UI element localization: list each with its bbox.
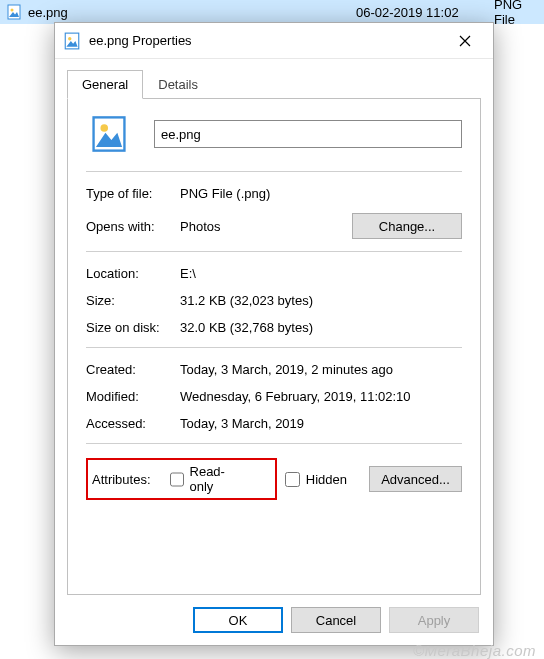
separator (86, 443, 462, 444)
svg-point-1 (11, 9, 14, 12)
hidden-checkbox-wrapper[interactable]: Hidden (285, 472, 347, 487)
opens-with-label: Opens with: (86, 219, 180, 234)
created-label: Created: (86, 362, 180, 377)
type-of-file-value: PNG File (.png) (180, 186, 270, 201)
created-value: Today, 3 March, 2019, 2 minutes ago (180, 362, 393, 377)
apply-button: Apply (389, 607, 479, 633)
file-row-date: 06-02-2019 11:02 (356, 5, 459, 20)
advanced-button[interactable]: Advanced... (369, 466, 462, 492)
change-button[interactable]: Change... (352, 213, 462, 239)
modified-value: Wednesday, 6 February, 2019, 11:02:10 (180, 389, 411, 404)
filename-input[interactable] (154, 120, 462, 148)
hidden-label: Hidden (306, 472, 347, 487)
file-icon (6, 4, 22, 20)
readonly-checkbox-wrapper[interactable]: Read-only (170, 464, 243, 494)
tab-strip: General Details (55, 59, 493, 98)
accessed-label: Accessed: (86, 416, 180, 431)
size-label: Size: (86, 293, 180, 308)
close-icon (459, 35, 471, 47)
tab-details[interactable]: Details (143, 70, 213, 99)
file-row-name: ee.png (28, 5, 68, 20)
svg-point-4 (68, 37, 71, 40)
tab-general[interactable]: General (67, 70, 143, 99)
modified-label: Modified: (86, 389, 180, 404)
cancel-button[interactable]: Cancel (291, 607, 381, 633)
filetype-large-icon (90, 115, 128, 153)
dialog-buttons: OK Cancel Apply (55, 595, 493, 645)
opens-with-value: Photos (180, 219, 220, 234)
svg-point-7 (100, 124, 108, 132)
file-row-type: PNG File (494, 0, 544, 27)
location-value: E:\ (180, 266, 196, 281)
file-row[interactable]: ee.png 06-02-2019 11:02 PNG File (0, 0, 544, 24)
size-on-disk-value: 32.0 KB (32,768 bytes) (180, 320, 313, 335)
dialog-title: ee.png Properties (89, 33, 445, 48)
ok-button[interactable]: OK (193, 607, 283, 633)
tab-panel-general: Type of file: PNG File (.png) Opens with… (67, 98, 481, 595)
accessed-value: Today, 3 March, 2019 (180, 416, 304, 431)
properties-dialog: ee.png Properties General Details Type o… (54, 22, 494, 646)
close-button[interactable] (445, 27, 485, 55)
readonly-checkbox[interactable] (170, 472, 184, 487)
attributes-label: Attributes: (92, 472, 170, 487)
highlight-box: Attributes: Read-only (86, 458, 277, 500)
size-on-disk-label: Size on disk: (86, 320, 180, 335)
size-value: 31.2 KB (32,023 bytes) (180, 293, 313, 308)
separator (86, 251, 462, 252)
type-of-file-label: Type of file: (86, 186, 180, 201)
hidden-checkbox[interactable] (285, 472, 300, 487)
separator (86, 347, 462, 348)
image-file-icon (63, 32, 81, 50)
location-label: Location: (86, 266, 180, 281)
titlebar: ee.png Properties (55, 23, 493, 59)
separator (86, 171, 462, 172)
readonly-label: Read-only (190, 464, 243, 494)
